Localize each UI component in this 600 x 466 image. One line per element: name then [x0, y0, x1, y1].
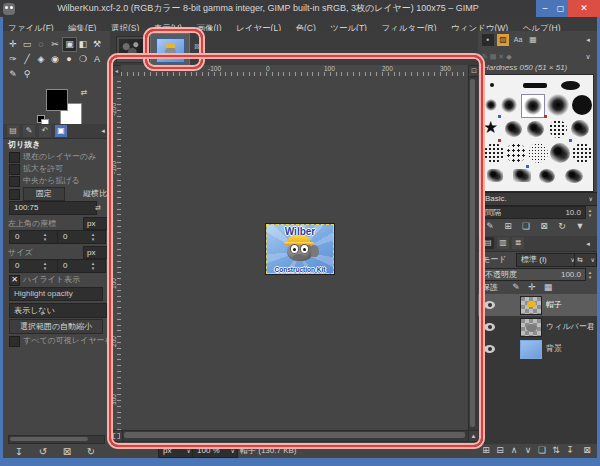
- tool-blur-icon[interactable]: ●: [62, 52, 76, 66]
- brush-item[interactable]: [528, 143, 548, 163]
- dock-tab-layers-icon[interactable]: ▤: [482, 237, 494, 249]
- new-layer-group-icon[interactable]: ⊟: [494, 445, 506, 456]
- brush-item[interactable]: [565, 169, 583, 183]
- dock-tab-image-icon[interactable]: ▪: [482, 34, 494, 46]
- tool-ink-icon[interactable]: ✑: [6, 52, 20, 66]
- aspect-ratio-input[interactable]: 100:75: [9, 201, 97, 215]
- status-unit-dropdown[interactable]: px ∨: [158, 444, 194, 458]
- delete-brush-icon[interactable]: ⊠: [538, 221, 550, 232]
- tool-text-icon[interactable]: A: [90, 52, 104, 66]
- dock-tab-channels-icon[interactable]: ▥: [497, 237, 509, 249]
- layer-thumbnail-hat[interactable]: [520, 296, 542, 315]
- tab-close-icon[interactable]: ⊠: [192, 41, 202, 52]
- layer-row-hat[interactable]: 帽子: [478, 294, 597, 316]
- highlight-opacity-slider[interactable]: Highlight opacity: [9, 287, 103, 301]
- chevron-down-icon[interactable]: ∨: [583, 51, 593, 62]
- dock-tab-patterns-icon[interactable]: ▦: [527, 34, 539, 46]
- brush-item-selected[interactable]: [521, 94, 545, 118]
- position-x-spinner[interactable]: ▴▾: [41, 232, 49, 242]
- allow-growing-checkbox[interactable]: [9, 164, 20, 175]
- tool-crop-icon[interactable]: ▣: [62, 37, 77, 52]
- tool-paths-icon[interactable]: ✎: [6, 67, 20, 81]
- canvas-area[interactable]: Wilber Construction Kit: [121, 76, 468, 430]
- brush-item[interactable]: [505, 121, 522, 137]
- guides-dropdown[interactable]: 表示しない: [9, 303, 107, 318]
- size-width-input[interactable]: 0: [9, 259, 58, 273]
- dock-tab-brushes-icon[interactable]: ▨: [497, 34, 509, 46]
- position-unit-dropdown[interactable]: px: [83, 217, 110, 230]
- size-width-spinner[interactable]: ▴▾: [41, 261, 49, 271]
- new-layer-icon[interactable]: ⊞: [480, 445, 492, 456]
- brush-item[interactable]: [550, 143, 570, 163]
- tool-pencil-icon[interactable]: ╱: [20, 52, 34, 66]
- new-brush-icon[interactable]: ⊞: [502, 221, 514, 232]
- visibility-eye-icon[interactable]: [484, 301, 495, 309]
- mode-group-switch[interactable]: ⇆ ∨: [574, 253, 597, 267]
- vertical-scrollbar-thumb[interactable]: [470, 79, 475, 427]
- brush-item[interactable]: [527, 121, 544, 137]
- fixed-button[interactable]: 固定: [23, 187, 65, 201]
- layer-row-wilber[interactable]: ウィルバー君: [478, 316, 597, 338]
- shrink-merged-checkbox[interactable]: [9, 336, 20, 347]
- size-unit-dropdown[interactable]: px: [83, 246, 110, 259]
- brush-grid[interactable]: ★: [480, 74, 594, 192]
- layer-thumbnail-wilber[interactable]: [520, 318, 542, 337]
- brush-item[interactable]: [561, 81, 580, 90]
- size-height-input[interactable]: 0: [57, 259, 106, 273]
- tool-gradient-icon[interactable]: ◈: [34, 52, 48, 66]
- tool-scissors-icon[interactable]: ✂: [48, 37, 62, 51]
- brush-item[interactable]: [549, 120, 567, 138]
- refresh-brushes-icon[interactable]: ↻: [556, 221, 568, 232]
- maximize-button[interactable]: ▢: [553, 0, 568, 17]
- edit-brush-icon[interactable]: ✎: [484, 221, 496, 232]
- status-zoom-dropdown[interactable]: 100 % ∨: [192, 444, 238, 458]
- brush-item[interactable]: [572, 95, 592, 115]
- lower-layer-icon[interactable]: ∨: [522, 445, 534, 456]
- position-y-input[interactable]: 0: [57, 230, 106, 244]
- portrait-landscape-icon[interactable]: ⇄: [93, 202, 103, 213]
- visibility-eye-icon[interactable]: [484, 345, 495, 353]
- position-y-spinner[interactable]: ▴▾: [89, 232, 97, 242]
- tool-move-icon[interactable]: ✛: [6, 37, 20, 51]
- size-height-spinner[interactable]: ▴▾: [89, 261, 97, 271]
- brush-filter-icons[interactable]: ✎ ▤ ✕ ◆: [482, 52, 512, 62]
- brush-item[interactable]: [572, 143, 592, 163]
- dock-tab-undo-history-icon[interactable]: ↶: [39, 125, 51, 137]
- image-tab-wilber[interactable]: [150, 33, 190, 66]
- tool-rect-select-icon[interactable]: ▭: [20, 37, 34, 51]
- brush-item[interactable]: [513, 169, 531, 182]
- tool-transform-icon[interactable]: ◧: [76, 37, 90, 51]
- quick-mask-button[interactable]: [110, 430, 123, 442]
- layer-opacity-spinner[interactable]: ▴▾: [586, 270, 594, 280]
- brush-item[interactable]: [506, 143, 526, 163]
- tool-smudge-icon[interactable]: ❍: [76, 52, 90, 66]
- merge-layer-icon[interactable]: ⇅: [550, 445, 562, 456]
- minimize-button[interactable]: –: [537, 0, 553, 17]
- brush-item[interactable]: [571, 120, 589, 137]
- dock-menu-arrow-icon[interactable]: ◂: [583, 238, 593, 249]
- dock-menu-arrow-icon[interactable]: ◂: [583, 34, 593, 45]
- lock-alpha-icon[interactable]: ▦: [542, 282, 554, 293]
- foreground-color-swatch[interactable]: [46, 89, 68, 111]
- expand-from-center-checkbox[interactable]: [9, 176, 20, 187]
- horizontal-scrollbar[interactable]: [121, 430, 470, 442]
- auto-shrink-button[interactable]: 選択範囲の自動縮小: [9, 319, 103, 334]
- brush-item[interactable]: [490, 83, 494, 87]
- image-tab-photo[interactable]: [116, 36, 148, 63]
- fixed-aspect-dropdown[interactable]: 縦横比: [83, 189, 107, 199]
- title-bar[interactable]: WilberKun.xcf-2.0 (RGBカラー 8-bit gamma in…: [0, 0, 600, 17]
- dock-tab-tool-options-icon[interactable]: ▤: [7, 125, 19, 137]
- brush-item[interactable]: [539, 169, 555, 183]
- tool-clone-icon[interactable]: ◉: [48, 52, 62, 66]
- dock-tab-active-icon[interactable]: ▣: [55, 125, 67, 137]
- highlight-checkbox[interactable]: ✕: [9, 275, 20, 286]
- open-brush-icon[interactable]: ▼: [574, 221, 586, 232]
- duplicate-layer-icon[interactable]: ❏: [536, 445, 548, 456]
- dock-menu-arrow-icon[interactable]: ◂: [98, 125, 108, 136]
- brush-item[interactable]: [484, 143, 504, 163]
- layer-mode-dropdown[interactable]: 標準 (I) ∨: [516, 253, 578, 267]
- brush-item[interactable]: [487, 169, 503, 182]
- delete-layer-icon[interactable]: ⊠: [581, 445, 593, 456]
- brush-preset-dropdown[interactable]: Basic. ∨: [480, 192, 597, 206]
- tool-options-scrollbar[interactable]: [8, 435, 105, 444]
